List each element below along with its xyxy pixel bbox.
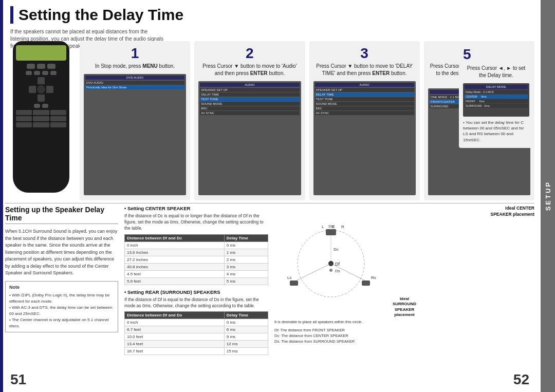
- dpad-left: [29, 86, 36, 93]
- table-row: 0 inch0 ms: [125, 241, 268, 249]
- setup-bar: SETUP: [541, 0, 555, 392]
- svg-text:Ls: Ls: [287, 275, 291, 280]
- dpad-down: [38, 95, 45, 102]
- table-row: 40.8 inches3 ms: [125, 263, 268, 270]
- page-title: Setting the Delay Time: [10, 6, 183, 24]
- note-item-2: • With AC-3 and DTS, the delay time can …: [9, 305, 114, 317]
- step5-row2: CENTER 0ms: [465, 95, 528, 99]
- note-item-3: • The Center channel is only adjustable …: [9, 317, 114, 329]
- step5-text: Press Cursor ◄, ► to set the Delay time.: [463, 65, 529, 79]
- remote-btn-4: [26, 71, 32, 75]
- step1-screen: DVD AUDIODVD AUDIOProctically Idea for D…: [84, 74, 186, 195]
- ideal-surround-label: IdealSURROUNDSPEAKERplacement: [274, 296, 534, 318]
- bottom-section: Setting up the Speaker Delay Time When 5…: [5, 206, 534, 369]
- step-2: 2Press Cursor ▼ button to move to 'Audio…: [194, 41, 305, 200]
- step1-text: In Stop mode, press MENU button.: [95, 63, 175, 70]
- diagram-note: It is desirable to place all speakers wi…: [274, 320, 534, 325]
- setup-label: SETUP: [544, 181, 552, 211]
- svg-text:Rs: Rs: [371, 275, 376, 280]
- step1-screen-inner: DVD AUDIODVD AUDIOProctically Idea for D…: [84, 74, 186, 195]
- remote-dpad: [29, 77, 53, 102]
- dpad-up: [38, 77, 45, 84]
- step-3: 3Press Cursor ▼ button to move to 'DELAY…: [309, 41, 420, 200]
- note-title: Note: [9, 284, 114, 291]
- table-row: 10.0 feet9 ms: [125, 333, 268, 341]
- step3-row3: SOUND MODE: [315, 102, 414, 106]
- step2-screen-inner: AUDIOSPEAKER SET UPDELAY TIMETEST TONESO…: [198, 81, 301, 195]
- table-row: 5.6 feet5 ms: [125, 277, 268, 285]
- step5-row4: SURROUND 0ms: [465, 104, 528, 108]
- remote-num-1: [16, 110, 32, 115]
- step-1: 1In Stop mode, press MENU button.DVD AUD…: [80, 41, 190, 200]
- rear-speaker-title: • Setting REAR (SURROUND) SPEAKERS: [124, 289, 268, 295]
- remote-btn-7: [50, 71, 57, 75]
- step3-screen: AUDIOSPEAKER SET UPDELAY TIMETEST TONESO…: [313, 81, 416, 195]
- step3-screen-inner: AUDIOSPEAKER SET UPDELAY TIMETEST TONESO…: [313, 81, 416, 195]
- table-row: 0 inch0 ms: [125, 319, 268, 326]
- step2-number: 2: [246, 46, 254, 61]
- rear-table-header-2: Delay Time: [224, 312, 268, 319]
- bottom-description: When 5.1CH Surround Sound is played, you…: [5, 228, 118, 277]
- page-number-right: 52: [513, 371, 529, 388]
- table-row: 13.6 Inches1 ms: [125, 249, 268, 256]
- remote-screen: [16, 45, 66, 61]
- bottom-section-title: Setting up the Speaker Delay Time: [5, 206, 118, 224]
- bottom-center: • Setting CENTER SPEAKER If the distance…: [124, 206, 268, 369]
- step5-row3: FRONT 0ms: [465, 99, 528, 103]
- remote-top-buttons: [16, 64, 66, 69]
- svg-text:Dc: Dc: [334, 247, 339, 252]
- step3-number: 3: [360, 46, 368, 61]
- diagram-title: Ideal CENTER SPEAKER placement: [491, 206, 535, 218]
- note-box: Note • With ⊡IPL (Dolby Pro Logic II), t…: [5, 281, 118, 333]
- step1-row0: DVD AUDIO: [85, 81, 184, 85]
- step-5: 5 Press Cursor ◄, ► to set the Delay tim…: [459, 41, 533, 148]
- step2-row4: BRC: [200, 106, 299, 110]
- center-speaker-desc: If the distance of Dc is equal to or lon…: [124, 213, 268, 232]
- svg-rect-3: [326, 229, 336, 235]
- step3-text: Press Cursor ▼ button to move to 'DELAY …: [313, 63, 416, 77]
- svg-point-11: [329, 269, 332, 272]
- diagram-legend: Df: The distance from FRONT SPEAKER Dc: …: [274, 327, 534, 345]
- rear-speaker-desc: If the distance of Df is equal to the di…: [124, 297, 268, 309]
- step5-number: 5: [463, 46, 529, 63]
- svg-text:Ds: Ds: [335, 269, 340, 273]
- rear-speaker-table: Distance between Df and Ds Delay Time 0 …: [124, 311, 268, 355]
- bottom-left: Setting up the Speaker Delay Time When 5…: [5, 206, 118, 369]
- dpad-center: [37, 85, 45, 94]
- left-accent-bar: [0, 0, 3, 392]
- step3-row1: DELAY TIME: [315, 92, 414, 97]
- note-item-1: • With ⊡IPL (Dolby Pro Logic II), the de…: [9, 292, 114, 305]
- table-row: 6.7 feet6 ms: [125, 326, 268, 333]
- center-table-header-2: Delay Time: [224, 234, 268, 241]
- remote-btn-6: [42, 71, 48, 75]
- step2-row0: SPEAKER SET UP: [200, 88, 299, 92]
- remote-btn-5: [34, 71, 40, 75]
- table-row: 27.2 inches2 ms: [125, 256, 268, 263]
- svg-rect-14: [362, 281, 370, 286]
- svg-text:SW: SW: [328, 225, 335, 228]
- center-table-header-1: Distance between Df and Dc: [125, 234, 225, 241]
- step3-header: AUDIO: [315, 83, 414, 87]
- step1-header: DVD AUDIO: [85, 76, 184, 80]
- speaker-diagram: Df L C R SW Dc Ds Ls Rs: [274, 220, 387, 300]
- step3-row5: AV SYNC: [315, 111, 414, 115]
- section-divider: [5, 203, 534, 203]
- remote-num-9: [50, 122, 66, 127]
- svg-text:L: L: [322, 225, 324, 229]
- step1-number: 1: [131, 46, 139, 61]
- remote-lower-buttons: [16, 104, 66, 108]
- bottom-right: Ideal CENTER SPEAKER placement Df L C R …: [274, 206, 534, 369]
- step2-text: Press Cursor ▼ button to move to 'Audio'…: [198, 63, 301, 77]
- remote-btn-2: [37, 64, 45, 69]
- table-row: 16.7 feet15 ms: [125, 348, 268, 355]
- dpad-right: [46, 86, 53, 93]
- svg-text:R: R: [341, 225, 344, 229]
- step3-row4: BRC: [315, 106, 414, 110]
- remote-num-6: [50, 116, 66, 121]
- remote-num-5: [33, 116, 49, 121]
- remote-num-3: [50, 110, 66, 115]
- center-speaker-title: • Setting CENTER SPEAKER: [124, 206, 268, 211]
- remote-control: [5, 41, 77, 195]
- step2-screen: AUDIOSPEAKER SET UPDELAY TIMETEST TONESO…: [198, 81, 301, 195]
- remote-btn-8: [34, 104, 40, 108]
